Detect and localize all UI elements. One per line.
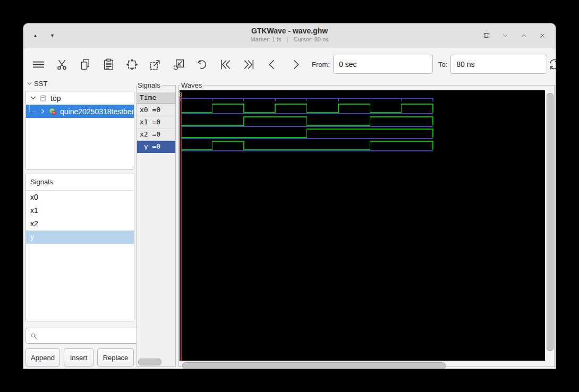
go-prev-icon[interactable] <box>264 56 280 72</box>
app-window: ▲▼ GTKWave - wave.ghw Marker: 1 fs | Cur… <box>23 23 556 369</box>
tree-item[interactable]: quine20250318testbench <box>26 105 134 118</box>
signal-browser-list: x0x1x2y <box>26 191 134 244</box>
tree-item-label: quine20250318testbench <box>60 107 134 116</box>
minimize-button[interactable] <box>500 31 510 40</box>
browser-signal-item[interactable]: x0 <box>26 191 134 204</box>
waves-panel: Waves 0 <box>178 85 555 367</box>
signal-panel: Signals Time x0 =0x1 =0x2 =0 y =0 <box>137 85 176 367</box>
search-icon <box>29 331 38 340</box>
paste-icon[interactable] <box>100 56 116 72</box>
time-header[interactable]: Time <box>137 92 175 104</box>
insert-button[interactable]: Insert <box>64 348 93 367</box>
marker-status: Marker: 1 fs <box>250 36 281 42</box>
status-separator: | <box>287 36 288 42</box>
sst-label: SST <box>34 80 47 88</box>
cursor-status: Cursor: 80 ns <box>294 36 329 42</box>
tree-connector <box>29 105 36 112</box>
chevron-right-icon[interactable] <box>39 108 46 115</box>
titlebar[interactable]: ▲▼ GTKWave - wave.ghw Marker: 1 fs | Cur… <box>23 23 556 48</box>
replace-button[interactable]: Replace <box>97 348 134 367</box>
tree-item-label: top <box>50 94 61 103</box>
statusline: Marker: 1 fs | Cursor: 80 ns <box>23 36 556 43</box>
ruler-origin-label: 0 <box>180 92 182 98</box>
wave-canvas[interactable]: 0 <box>180 90 545 361</box>
browser-signal-item[interactable]: y <box>26 231 134 244</box>
menu-icon[interactable] <box>30 56 46 72</box>
browser-buttons: AppendInsertReplace <box>25 348 134 367</box>
waves-vscrollbar[interactable] <box>547 93 554 351</box>
to-input[interactable] <box>450 55 547 74</box>
titlebar-right-controls <box>482 23 547 48</box>
to-label: To: <box>438 61 447 69</box>
from-input[interactable] <box>333 55 433 74</box>
signal-row[interactable]: x1 =0 <box>137 116 175 129</box>
window-title: GTKWave - wave.ghw <box>23 26 556 36</box>
desktop-background: ▲▼ GTKWave - wave.ghw Marker: 1 fs | Cur… <box>0 0 579 392</box>
sst-tree[interactable]: top quine20250318testbench <box>25 91 134 169</box>
signal-panel-hscrollbar[interactable] <box>138 359 161 365</box>
fullscreen-button[interactable] <box>482 31 491 40</box>
signal-search[interactable] <box>25 328 141 344</box>
go-last-icon[interactable] <box>241 56 257 72</box>
tree-item[interactable]: top <box>26 91 134 105</box>
module-icon <box>48 107 57 116</box>
signal-row[interactable]: x0 =0 <box>137 104 175 116</box>
go-next-icon[interactable] <box>287 56 303 72</box>
zoom-in-icon[interactable] <box>147 56 163 72</box>
maximize-button[interactable] <box>519 31 529 40</box>
signal-row[interactable]: y =0 <box>137 141 175 153</box>
browser-signal-item[interactable]: x2 <box>26 217 134 231</box>
waves-hscrollbar[interactable] <box>182 362 446 369</box>
toolbar: From: To: <box>23 48 556 80</box>
browser-signal-item[interactable]: x1 <box>26 204 134 217</box>
signal-row[interactable]: x2 =0 <box>137 129 175 141</box>
chevron-down-icon[interactable] <box>30 95 37 101</box>
sst-expander[interactable]: SST <box>27 79 47 88</box>
main-content: SST top quine20250318testbench Signals x… <box>23 80 556 369</box>
zoom-fit-icon[interactable] <box>124 56 140 72</box>
titlebar-center: GTKWave - wave.ghw Marker: 1 fs | Cursor… <box>23 26 556 43</box>
cut-icon[interactable] <box>54 56 70 72</box>
db-icon <box>39 94 47 103</box>
from-label: From: <box>312 61 330 69</box>
close-button[interactable] <box>538 31 547 40</box>
signal-panel-frame-label: Signals <box>137 81 162 89</box>
signal-browser-header: Signals <box>26 174 134 191</box>
zoom-out-icon[interactable] <box>171 56 186 72</box>
waves-frame-label: Waves <box>181 81 203 89</box>
chevron-down-icon <box>27 81 32 87</box>
reload-icon[interactable] <box>547 56 556 72</box>
append-button[interactable]: Append <box>25 348 60 367</box>
copy-icon[interactable] <box>77 56 93 72</box>
go-first-icon[interactable] <box>217 56 233 72</box>
signal-search-input[interactable] <box>41 331 137 340</box>
undo-icon[interactable] <box>194 56 210 72</box>
signal-browser[interactable]: Signals x0x1x2y <box>25 174 134 321</box>
